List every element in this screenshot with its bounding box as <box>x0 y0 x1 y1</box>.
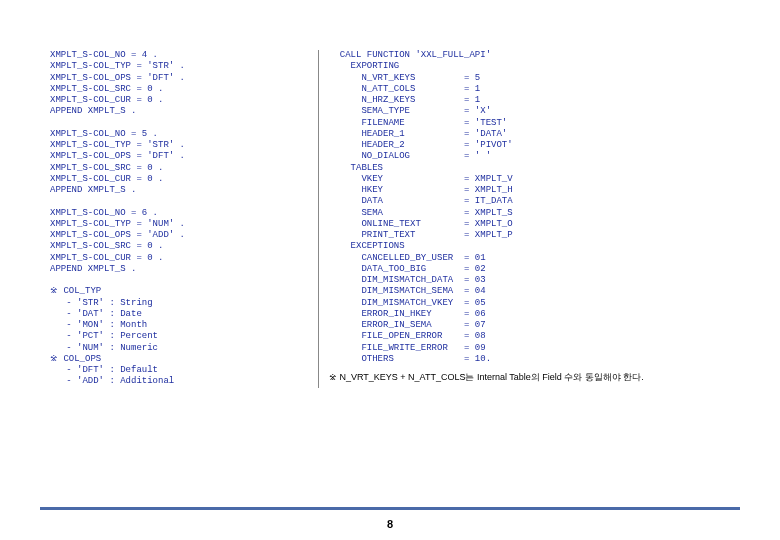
code-line: ERROR_IN_SEMA = 07 <box>329 320 730 331</box>
page: XMPLT_S-COL_NO = 4 . XMPLT_S-COL_TYP = '… <box>0 0 780 418</box>
two-columns: XMPLT_S-COL_NO = 4 . XMPLT_S-COL_TYP = '… <box>50 50 730 388</box>
page-number: 8 <box>0 518 780 530</box>
code-line: DIM_MISMATCH_VKEY = 05 <box>329 298 730 309</box>
code-line: CALL FUNCTION 'XXL_FULL_API' <box>329 50 730 61</box>
code-line: PRINT_TEXT = XMPLT_P <box>329 230 730 241</box>
code-line: XMPLT_S-COL_SRC = 0 . <box>50 241 308 252</box>
code-line: ONLINE_TEXT = XMPLT_O <box>329 219 730 230</box>
legend-line: - 'PCT' : Percent <box>50 331 308 342</box>
code-line: XMPLT_S-COL_CUR = 0 . <box>50 95 308 106</box>
footnote: ※ N_VRT_KEYS + N_ATT_COLS는 Internal Tabl… <box>329 371 730 384</box>
code-line: NO_DIALOG = ' ' <box>329 151 730 162</box>
code-line: DIM_MISMATCH_DATA = 03 <box>329 275 730 286</box>
code-line: CANCELLED_BY_USER = 01 <box>329 253 730 264</box>
code-line: TABLES <box>329 163 730 174</box>
code-line: EXCEPTIONS <box>329 241 730 252</box>
legend-line: - 'NUM' : Numeric <box>50 343 308 354</box>
code-line: ERROR_IN_HKEY = 06 <box>329 309 730 320</box>
code-line: XMPLT_S-COL_TYP = 'STR' . <box>50 61 308 72</box>
code-line: VKEY = XMPLT_V <box>329 174 730 185</box>
code-line: XMPLT_S-COL_NO = 5 . <box>50 129 308 140</box>
code-line: XMPLT_S-COL_TYP = 'NUM' . <box>50 219 308 230</box>
blank-line <box>50 275 308 286</box>
code-line: N_VRT_KEYS = 5 <box>329 73 730 84</box>
code-line: XMPLT_S-COL_SRC = 0 . <box>50 84 308 95</box>
code-line: HKEY = XMPLT_H <box>329 185 730 196</box>
code-line: XMPLT_S-COL_OPS = 'ADD' . <box>50 230 308 241</box>
legend-line: ※ COL_TYP <box>50 286 308 297</box>
footer-rule <box>40 507 740 510</box>
legend-line: - 'DAT' : Date <box>50 309 308 320</box>
code-line: FILE_WRITE_ERROR = 09 <box>329 343 730 354</box>
code-line: N_HRZ_KEYS = 1 <box>329 95 730 106</box>
blank-line <box>50 118 308 129</box>
code-line: XMPLT_S-COL_CUR = 0 . <box>50 174 308 185</box>
code-line: DATA_TOO_BIG = 02 <box>329 264 730 275</box>
code-line: APPEND XMPLT_S . <box>50 185 308 196</box>
legend-line: - 'MON' : Month <box>50 320 308 331</box>
legend-line: - 'STR' : String <box>50 298 308 309</box>
code-line: XMPLT_S-COL_OPS = 'DFT' . <box>50 151 308 162</box>
code-line: N_ATT_COLS = 1 <box>329 84 730 95</box>
code-line: DIM_MISMATCH_SEMA = 04 <box>329 286 730 297</box>
code-line: FILENAME = 'TEST' <box>329 118 730 129</box>
left-column: XMPLT_S-COL_NO = 4 . XMPLT_S-COL_TYP = '… <box>50 50 318 388</box>
blank-line <box>50 196 308 207</box>
code-line: EXPORTING <box>329 61 730 72</box>
legend-line: - 'ADD' : Additional <box>50 376 308 387</box>
code-line: DATA = IT_DATA <box>329 196 730 207</box>
code-line: SEMA = XMPLT_S <box>329 208 730 219</box>
code-line: XMPLT_S-COL_OPS = 'DFT' . <box>50 73 308 84</box>
code-line: XMPLT_S-COL_NO = 4 . <box>50 50 308 61</box>
code-line: SEMA_TYPE = 'X' <box>329 106 730 117</box>
code-line: HEADER_1 = 'DATA' <box>329 129 730 140</box>
code-line: FILE_OPEN_ERROR = 08 <box>329 331 730 342</box>
code-line: XMPLT_S-COL_CUR = 0 . <box>50 253 308 264</box>
legend-line: ※ COL_OPS <box>50 354 308 365</box>
code-line: XMPLT_S-COL_NO = 6 . <box>50 208 308 219</box>
code-line: XMPLT_S-COL_TYP = 'STR' . <box>50 140 308 151</box>
right-column: CALL FUNCTION 'XXL_FULL_API' EXPORTING N… <box>318 50 730 388</box>
code-line: APPEND XMPLT_S . <box>50 106 308 117</box>
code-line: OTHERS = 10. <box>329 354 730 365</box>
legend-line: - 'DFT' : Default <box>50 365 308 376</box>
code-line: HEADER_2 = 'PIVOT' <box>329 140 730 151</box>
code-line: APPEND XMPLT_S . <box>50 264 308 275</box>
code-line: XMPLT_S-COL_SRC = 0 . <box>50 163 308 174</box>
